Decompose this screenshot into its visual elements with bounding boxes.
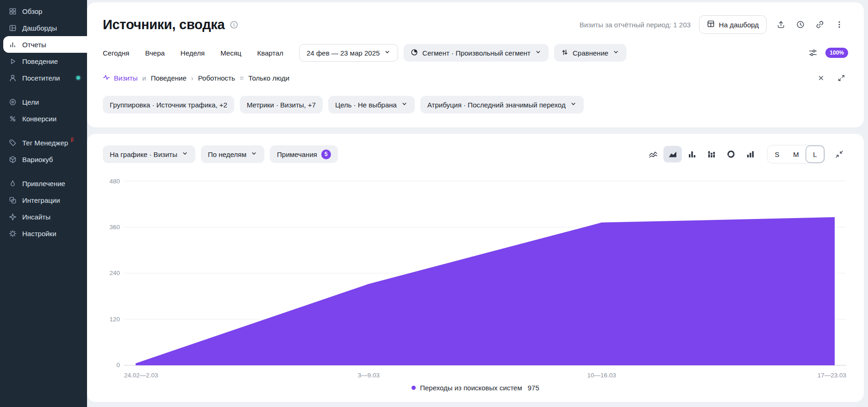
svg-text:17—23.03: 17—23.03: [818, 372, 846, 379]
beta-badge: β: [71, 137, 74, 142]
sampling-badge[interactable]: 100%: [825, 48, 848, 58]
chevron-down-icon: [612, 49, 619, 57]
bar-chart-icon: [9, 41, 17, 49]
flame-icon: [9, 180, 17, 188]
sidebar-item-label: Посетители: [22, 74, 60, 82]
svg-text:24.02—2.03: 24.02—2.03: [124, 372, 158, 379]
segment-value[interactable]: Только люди: [248, 74, 289, 82]
period-tab-yesterday[interactable]: Вчера: [145, 49, 165, 57]
segment-metric-visits[interactable]: Визиты: [103, 74, 137, 82]
sidebar-item-label: Тег Менеджер: [22, 139, 68, 147]
sidebar-item-insights[interactable]: Инсайты: [0, 208, 87, 225]
goal-chip[interactable]: Цель · Не выбрана: [328, 96, 415, 113]
sidebar-item-label: Привлечение: [22, 180, 65, 188]
on-chart-selector[interactable]: На графике · Визиты: [103, 145, 195, 163]
report-header-card: Источники, сводка Визиты за отчётный пер…: [87, 2, 864, 127]
segment-field[interactable]: Роботность: [198, 74, 235, 82]
sampling-settings-button[interactable]: [804, 44, 822, 62]
period-tab-month[interactable]: Месяц: [220, 49, 241, 57]
visits-area-chart[interactable]: 012024036048024.02—2.033—9.0310—16.0317—…: [103, 174, 848, 383]
period-tab-today[interactable]: Сегодня: [103, 49, 130, 57]
notes-toggle[interactable]: Примечания 5: [270, 145, 338, 163]
sidebar-item-label: Отчеты: [22, 41, 46, 49]
grid-icon: [9, 7, 17, 15]
area-chart-type-icon[interactable]: [663, 146, 682, 163]
percent-icon: [9, 115, 17, 123]
grouping-chip[interactable]: Группировка · Источник трафика, +2: [103, 96, 234, 113]
chart-size-medium[interactable]: M: [787, 145, 806, 163]
to-dashboard-button[interactable]: На дашборд: [699, 15, 767, 34]
line-chart-type-icon[interactable]: [644, 146, 662, 163]
time-grouping-selector[interactable]: По неделям: [201, 145, 264, 163]
link-button[interactable]: [811, 16, 829, 33]
column-chart-type-icon[interactable]: [683, 146, 701, 163]
legend-dot: [412, 386, 416, 390]
segment-conjunction: и: [142, 74, 146, 82]
sidebar-item-overview[interactable]: Обзор: [0, 3, 87, 19]
chart-legend[interactable]: Переходы из поисковых систем 975: [103, 384, 848, 394]
expand-icon[interactable]: [834, 71, 848, 85]
sidebar: Обзор Дашборды Отчеты Поведение Посетите…: [0, 0, 87, 407]
sidebar-item-tag-manager[interactable]: Тег Менеджер β: [0, 134, 87, 151]
histogram-chart-type-icon[interactable]: [741, 146, 760, 163]
history-button[interactable]: [792, 16, 809, 33]
goal-chip-label: Цель · Не выбрана: [335, 101, 397, 109]
svg-text:10—16.03: 10—16.03: [587, 372, 616, 379]
legend-series-label: Переходы из поисковых систем: [420, 384, 522, 392]
sidebar-item-label: Дашборды: [22, 24, 57, 32]
segment-operator: =: [240, 74, 244, 82]
segment-group[interactable]: Поведение: [151, 74, 187, 82]
export-button[interactable]: [772, 16, 790, 33]
chart-size-large[interactable]: L: [806, 145, 824, 163]
svg-text:240: 240: [109, 270, 119, 277]
svg-text:0: 0: [116, 362, 119, 369]
compare-label: Сравнение: [573, 49, 608, 57]
tag-icon: [9, 139, 17, 147]
stacked-column-chart-type-icon[interactable]: [702, 146, 721, 163]
main-content: Источники, сводка Визиты за отчётный пер…: [87, 0, 868, 407]
chart-size-small[interactable]: S: [768, 145, 787, 163]
sidebar-item-behavior[interactable]: Поведение: [0, 53, 87, 69]
sidebar-item-reports[interactable]: Отчеты: [3, 36, 87, 53]
dashboard-small-icon: [707, 20, 715, 29]
date-range-picker[interactable]: 24 фев — 23 мар 2025: [299, 44, 398, 62]
target-icon: [9, 98, 17, 106]
sidebar-item-integrations[interactable]: Интеграции: [0, 192, 87, 208]
period-tab-week[interactable]: Неделя: [181, 49, 205, 57]
more-menu-button[interactable]: [831, 16, 848, 33]
chevron-down-icon: [535, 49, 542, 57]
segment-metric-label: Визиты: [114, 74, 137, 82]
sidebar-item-settings[interactable]: Настройки: [0, 225, 87, 242]
sidebar-item-variocube[interactable]: Вариокуб: [0, 151, 87, 168]
chevron-down-icon: [570, 100, 577, 109]
metrics-chip[interactable]: Метрики · Визиты, +7: [240, 96, 323, 113]
sidebar-item-label: Поведение: [22, 57, 58, 65]
pulse-icon: [103, 74, 110, 82]
integrations-icon: [9, 196, 17, 204]
notes-count-badge: 5: [321, 150, 331, 159]
attribution-chip[interactable]: Атрибуция · Последний значимый переход: [420, 96, 584, 113]
svg-text:480: 480: [109, 178, 119, 185]
gear-icon: [9, 230, 17, 238]
sidebar-item-acquisition[interactable]: Привлечение: [0, 175, 87, 192]
segment-selector[interactable]: Сегмент · Произвольный сегмент: [404, 44, 549, 62]
pie-chart-type-icon[interactable]: [722, 146, 740, 163]
info-icon[interactable]: [230, 20, 238, 29]
legend-series-value: 975: [528, 384, 539, 392]
sidebar-item-conversions[interactable]: Конверсии: [0, 110, 87, 127]
sidebar-item-dashboards[interactable]: Дашборды: [0, 19, 87, 36]
sidebar-item-label: Цели: [22, 98, 39, 106]
collapse-chart-icon[interactable]: [831, 145, 848, 163]
to-dashboard-label: На дашборд: [719, 21, 759, 29]
svg-text:3—9.03: 3—9.03: [358, 372, 380, 379]
sidebar-item-goals[interactable]: Цели: [0, 94, 87, 110]
compare-selector[interactable]: Сравнение: [554, 44, 626, 62]
time-grouping-label: По неделям: [208, 150, 246, 158]
chart-card: На графике · Визиты По неделям Примечани…: [87, 134, 864, 402]
sidebar-item-label: Интеграции: [22, 196, 60, 204]
sidebar-item-label: Вариокуб: [22, 156, 53, 163]
period-tab-quarter[interactable]: Квартал: [257, 49, 283, 57]
close-icon[interactable]: [814, 71, 828, 85]
grouping-chip-label: Группировка · Источник трафика, +2: [110, 101, 227, 109]
sidebar-item-visitors[interactable]: Посетители: [0, 69, 87, 86]
